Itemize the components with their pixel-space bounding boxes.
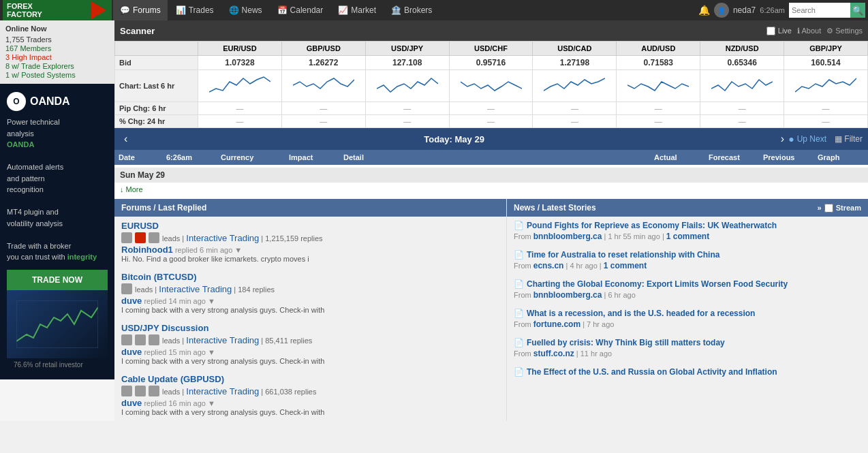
- forum-replied-text-3: replied: [144, 399, 168, 407]
- col-usdcad[interactable]: USD/CAD: [533, 42, 617, 56]
- news-source-link-0[interactable]: bnnbloomberg.ca: [533, 232, 602, 241]
- stream-label: Stream: [836, 204, 861, 212]
- logo[interactable]: FOREX FACTORY: [3, 0, 112, 20]
- calendar-more-button[interactable]: ↓ More: [114, 183, 868, 196]
- table-row-pct-chg: % Chg: 24 hr — — — — — — — —: [115, 115, 868, 128]
- news-link-2[interactable]: Charting the Global Economy: Export Limi…: [527, 279, 788, 289]
- chart-svg-usdjpy: [377, 72, 438, 99]
- forum-link-usdjpy[interactable]: USD/JPY Discussion: [121, 323, 208, 333]
- posted-systems-link[interactable]: 1 w/ Posted Systems: [5, 71, 76, 79]
- col-usdjpy[interactable]: USD/JPY: [365, 42, 449, 56]
- stream-arrows-icon: »: [818, 204, 822, 212]
- forum-cat-link-3[interactable]: Interactive Trading: [186, 386, 259, 396]
- bid-eurusd[interactable]: 1.07328: [198, 56, 281, 70]
- forum-preview-1: I coming back with a very strong analysi…: [121, 306, 462, 314]
- chart-gbpjpy[interactable]: [784, 70, 868, 102]
- news-source-link-2[interactable]: bnnbloomberg.ca: [533, 290, 602, 300]
- search-box[interactable]: 🔍: [789, 3, 865, 18]
- oanda-trade-now-button[interactable]: TRADE NOW: [7, 270, 108, 290]
- posted-systems-count: 1 w/ Posted Systems: [5, 71, 109, 79]
- news-link-1[interactable]: Time for Australia to reset relationship…: [527, 250, 719, 260]
- search-button[interactable]: 🔍: [850, 3, 865, 18]
- nav-item-calendar[interactable]: 📅 Calendar: [270, 0, 330, 20]
- col-gbpusd[interactable]: GBP/USD: [281, 42, 365, 56]
- avatar[interactable]: 👤: [714, 3, 729, 18]
- pip-chg-nzdusd: —: [700, 102, 784, 115]
- forum-tag-1: leads | Interactive Trading | 184 replie…: [135, 284, 275, 294]
- forums-panel-header: Forums / Last Replied: [114, 199, 506, 217]
- chart-usdjpy[interactable]: [365, 70, 449, 102]
- col-usdchf[interactable]: USD/CHF: [449, 42, 533, 56]
- chart-svg-usdcad: [544, 72, 605, 99]
- scanner-controls: Live ℹ About ⚙ Settings: [766, 27, 863, 35]
- online-now-title: Online Now: [5, 25, 109, 33]
- news-source-link-4[interactable]: stuff.co.nz: [533, 349, 574, 358]
- scanner-live-checkbox[interactable]: [766, 27, 775, 35]
- scanner-live-label[interactable]: Live: [766, 27, 792, 35]
- col-nzdusd[interactable]: NZD/USD: [700, 42, 784, 56]
- bid-gbpusd[interactable]: 1.26272: [281, 56, 365, 70]
- bid-usdcad[interactable]: 1.27198: [533, 56, 617, 70]
- nav-item-market[interactable]: 📈 Market: [331, 0, 383, 20]
- bid-usdjpy[interactable]: 127.108: [365, 56, 449, 70]
- bell-icon[interactable]: 🔔: [698, 5, 710, 16]
- news-comment-link-1[interactable]: 1 comment: [604, 261, 647, 270]
- scanner-settings-button[interactable]: ⚙ Settings: [826, 27, 863, 35]
- bid-usdchf[interactable]: 0.95716: [449, 56, 533, 70]
- news-link-0[interactable]: Pound Fights for Reprieve as Economy Fla…: [527, 221, 777, 230]
- news-comment-link-0[interactable]: 1 comment: [666, 232, 709, 241]
- username[interactable]: neda7: [733, 5, 756, 15]
- forum-link-eurusd[interactable]: EURUSD: [121, 221, 159, 231]
- calendar-filter-button[interactable]: ▦ Filter: [835, 134, 863, 144]
- forum-link-gbpusd[interactable]: Cable Update (GBPUSD): [121, 374, 224, 384]
- nav-item-brokers[interactable]: 🏦 Brokers: [384, 0, 439, 20]
- stream-checkbox[interactable]: [824, 204, 833, 213]
- bid-nzdusd[interactable]: 0.65346: [700, 56, 784, 70]
- high-impact-link[interactable]: 3 High Impact: [5, 53, 52, 61]
- forum-user-link-2[interactable]: duve: [121, 347, 142, 357]
- forum-meta-2: leads | Interactive Trading | 85,411 rep…: [121, 334, 499, 345]
- bid-audusd[interactable]: 0.71583: [617, 56, 700, 70]
- col-eurusd[interactable]: EUR/USD: [198, 42, 281, 56]
- nav-item-news[interactable]: 🌐 News: [222, 0, 269, 20]
- nav-item-trades[interactable]: 📊 Trades: [169, 0, 221, 20]
- chart-usdcad[interactable]: [533, 70, 617, 102]
- calendar-next-button[interactable]: ›: [777, 133, 788, 145]
- news-link-4[interactable]: Fuelled by crisis: Why Think Big still m…: [527, 338, 725, 347]
- chart-gbpusd[interactable]: [281, 70, 365, 102]
- col-gbpjpy[interactable]: GBP/JPY: [784, 42, 868, 56]
- members-link[interactable]: 167 Members: [5, 44, 51, 52]
- forum-avatar-2a: [121, 334, 132, 345]
- news-link-5[interactable]: The Effect of the U.S. and Russia on Glo…: [527, 367, 777, 377]
- forum-reply-0: Robinhood1 replied 6 min ago ▼: [121, 245, 499, 255]
- chart-nzdusd[interactable]: [700, 70, 784, 102]
- bid-gbpjpy[interactable]: 160.514: [784, 56, 868, 70]
- forum-user-link-3[interactable]: duve: [121, 398, 142, 408]
- chart-svg-gbpusd: [293, 72, 354, 99]
- news-source-link-1[interactable]: ecns.cn: [533, 261, 564, 270]
- forum-cat-link-0[interactable]: Interactive Trading: [186, 233, 259, 243]
- calendar-prev-button[interactable]: ‹: [120, 133, 131, 145]
- table-col-label: [115, 42, 198, 56]
- trade-explorers-link[interactable]: 8 w/ Trade Explorers: [5, 62, 74, 70]
- forum-user-link-1[interactable]: duve: [121, 296, 142, 306]
- chart-usdchf[interactable]: [449, 70, 533, 102]
- search-input[interactable]: [789, 3, 850, 18]
- forums-panel: Forums / Last Replied EURUSD leads | Int…: [114, 199, 507, 421]
- up-next-label[interactable]: Up Next: [797, 134, 826, 144]
- chart-audusd[interactable]: [617, 70, 700, 102]
- nav-item-forums[interactable]: 💬 Forums: [113, 0, 168, 20]
- chart-eurusd[interactable]: [198, 70, 281, 102]
- news-panel-header: News / Latest Stories » Stream: [507, 199, 868, 217]
- promo-arrow: [91, 1, 106, 19]
- forum-user-link-0[interactable]: Robinhood1: [121, 245, 173, 255]
- news-link-3[interactable]: What is a recession, and is the U.S. hea…: [527, 309, 755, 318]
- forum-cat-link-2[interactable]: Interactive Trading: [186, 335, 259, 345]
- scanner-about-button[interactable]: ℹ About: [797, 27, 821, 35]
- calendar-header-row: Date 6:26am Currency Impact Detail Actua…: [114, 150, 868, 165]
- news-source-link-3[interactable]: fortune.com: [533, 319, 580, 329]
- news-icon: 🌐: [229, 5, 239, 15]
- forum-cat-link-1[interactable]: Interactive Trading: [159, 284, 232, 294]
- forum-link-btcusd[interactable]: Bitcoin (BTCUSD): [121, 272, 197, 282]
- col-audusd[interactable]: AUD/USD: [617, 42, 700, 56]
